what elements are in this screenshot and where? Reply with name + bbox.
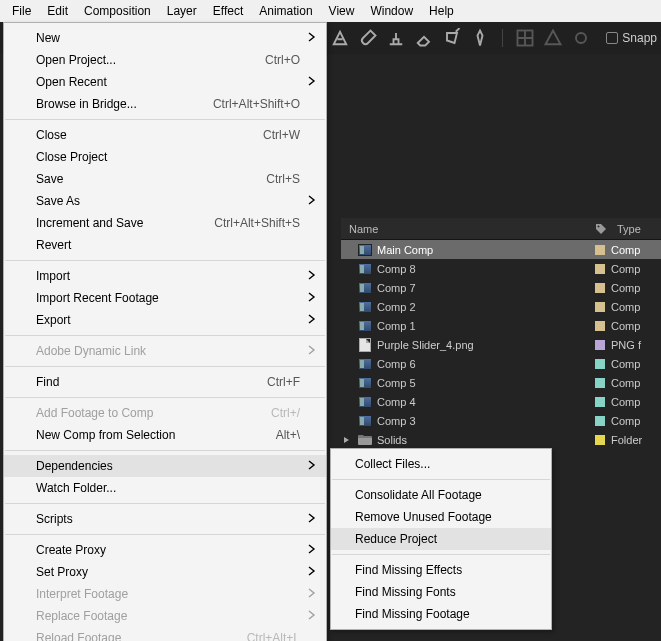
menu-file[interactable]: File [4,1,39,21]
project-row[interactable]: SolidsFolder [341,430,661,449]
submenuitem-label: Remove Unused Footage [355,510,492,524]
pen-tool-icon[interactable] [330,28,350,48]
eraser-icon[interactable] [414,28,434,48]
menuitem-export[interactable]: Export [4,309,326,331]
menu-animation[interactable]: Animation [251,1,320,21]
submenuitem-find-missing-footage[interactable]: Find Missing Footage [331,603,551,625]
menu-effect[interactable]: Effect [205,1,251,21]
menu-help[interactable]: Help [421,1,462,21]
menu-composition[interactable]: Composition [76,1,159,21]
project-row[interactable]: Purple Slider_4.pngPNG f [341,335,661,354]
project-row[interactable]: Comp 7Comp [341,278,661,297]
view-icon[interactable] [571,28,591,48]
label-swatch [595,321,605,331]
menuitem-label: Interpret Footage [36,587,300,601]
menu-separator [5,503,325,504]
label-swatch [595,302,605,312]
project-item-type: Comp [611,263,661,275]
project-row[interactable]: Comp 6Comp [341,354,661,373]
project-item-type: Comp [611,396,661,408]
snapping-toggle[interactable]: Snapp [606,31,661,45]
menuitem-label: Close [36,128,263,142]
composition-icon [358,320,372,332]
project-row[interactable]: Comp 8Comp [341,259,661,278]
menu-separator [5,397,325,398]
composition-icon [358,244,372,256]
submenuitem-collect-files[interactable]: Collect Files... [331,453,551,475]
menuitem-interpret-footage: Interpret Footage [4,583,326,605]
menu-separator [5,119,325,120]
menuitem-label: Increment and Save [36,216,214,230]
menuitem-import-recent-footage[interactable]: Import Recent Footage [4,287,326,309]
stamp-icon[interactable] [386,28,406,48]
menuitem-open-project[interactable]: Open Project...Ctrl+O [4,49,326,71]
col-tag-header[interactable] [591,223,611,235]
label-swatch [595,245,605,255]
col-type-header[interactable]: Type [611,223,661,235]
menuitem-label: Watch Folder... [36,481,300,495]
submenuitem-label: Consolidate All Footage [355,488,482,502]
menuitem-label: New [36,31,300,45]
menuitem-browse-in-bridge[interactable]: Browse in Bridge...Ctrl+Alt+Shift+O [4,93,326,115]
menuitem-scripts[interactable]: Scripts [4,508,326,530]
menuitem-watch-folder[interactable]: Watch Folder... [4,477,326,499]
shape-icon[interactable] [543,28,563,48]
project-item-name: Comp 6 [373,358,589,370]
submenuitem-find-missing-fonts[interactable]: Find Missing Fonts [331,581,551,603]
project-row[interactable]: Comp 1Comp [341,316,661,335]
menu-view[interactable]: View [321,1,363,21]
menuitem-add-footage-to-comp: Add Footage to CompCtrl+/ [4,402,326,424]
submenuitem-label: Find Missing Effects [355,563,462,577]
snapping-checkbox[interactable] [606,32,618,44]
submenuitem-consolidate-all-footage[interactable]: Consolidate All Footage [331,484,551,506]
menuitem-create-proxy[interactable]: Create Proxy [4,539,326,561]
project-row[interactable]: Main CompComp [341,240,661,259]
project-item-type: Folder [611,434,661,446]
menuitem-save[interactable]: SaveCtrl+S [4,168,326,190]
menuitem-reload-footage: Reload FootageCtrl+Alt+L [4,627,326,641]
image-file-icon [359,338,371,352]
menuitem-increment-and-save[interactable]: Increment and SaveCtrl+Alt+Shift+S [4,212,326,234]
pin-icon[interactable] [470,28,490,48]
menu-layer[interactable]: Layer [159,1,205,21]
submenuitem-remove-unused-footage[interactable]: Remove Unused Footage [331,506,551,528]
project-item-type: Comp [611,282,661,294]
menuitem-label: Reload Footage [36,631,247,641]
col-name-header[interactable]: Name [341,223,591,235]
project-item-name: Comp 3 [373,415,589,427]
menuitem-dependencies[interactable]: Dependencies [4,455,326,477]
svg-point-2 [598,225,600,227]
menuitem-revert[interactable]: Revert [4,234,326,256]
menuitem-save-as[interactable]: Save As [4,190,326,212]
menuitem-import[interactable]: Import [4,265,326,287]
menuitem-close[interactable]: CloseCtrl+W [4,124,326,146]
svg-point-1 [576,33,586,43]
menuitem-open-recent[interactable]: Open Recent [4,71,326,93]
composition-icon [358,263,372,275]
menuitem-label: Open Recent [36,75,300,89]
menuitem-new[interactable]: New [4,27,326,49]
brush-icon[interactable] [358,28,378,48]
grid-icon[interactable] [515,28,535,48]
menuitem-label: Save As [36,194,300,208]
label-swatch [595,340,605,350]
menuitem-close-project[interactable]: Close Project [4,146,326,168]
roto-icon[interactable] [442,28,462,48]
snapping-label: Snapp [622,31,657,45]
submenuitem-label: Find Missing Footage [355,607,470,621]
project-item-name: Main Comp [373,244,589,256]
project-row[interactable]: Comp 4Comp [341,392,661,411]
menuitem-find[interactable]: FindCtrl+F [4,371,326,393]
menuitem-new-comp-from-selection[interactable]: New Comp from SelectionAlt+\ [4,424,326,446]
project-row[interactable]: Comp 2Comp [341,297,661,316]
menuitem-label: Export [36,313,300,327]
menu-window[interactable]: Window [362,1,421,21]
project-row[interactable]: Comp 5Comp [341,373,661,392]
project-row[interactable]: Comp 3Comp [341,411,661,430]
project-item-name: Comp 2 [373,301,589,313]
menuitem-set-proxy[interactable]: Set Proxy [4,561,326,583]
menu-edit[interactable]: Edit [39,1,76,21]
label-swatch [595,378,605,388]
submenuitem-reduce-project[interactable]: Reduce Project [331,528,551,550]
submenuitem-find-missing-effects[interactable]: Find Missing Effects [331,559,551,581]
